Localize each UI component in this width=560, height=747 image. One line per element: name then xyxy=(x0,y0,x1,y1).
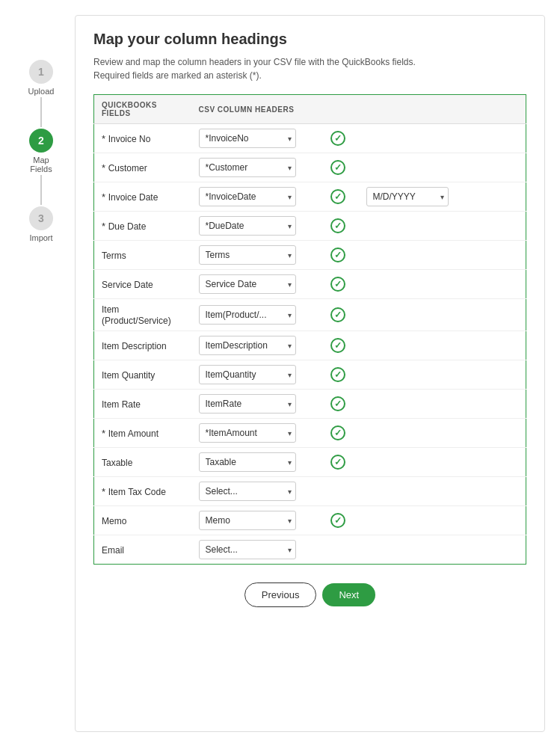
desc-line1: Review and map the column headers in you… xyxy=(93,57,416,67)
csv-column-select[interactable]: *DueDate xyxy=(199,216,296,236)
col-header-csv: CSV COLUMN HEADERS xyxy=(191,95,319,124)
qb-field-label: Item Quantity xyxy=(102,370,155,381)
steps-sidebar: 1 Upload 2 Map Fields 3 Import xyxy=(7,15,75,732)
step-upload: 1 Upload xyxy=(28,60,55,96)
table-row: Service DateService Date▾✓ xyxy=(94,270,526,299)
table-row: * Invoice Date*InvoiceDate▾✓M/D/YYYYD/M/… xyxy=(94,182,526,212)
csv-column-select[interactable]: Select... xyxy=(199,540,296,559)
qb-field-label: Memo xyxy=(102,516,126,526)
check-icon: ✓ xyxy=(330,189,345,204)
table-row: TermsTerms▾✓ xyxy=(94,241,526,270)
check-icon: ✓ xyxy=(330,218,345,233)
table-row: * Item Tax CodeSelect...▾ xyxy=(94,477,526,506)
table-row: * Item Amount*ItemAmount▾✓ xyxy=(94,419,526,448)
qb-field-label: Item Rate xyxy=(102,399,141,410)
step-connector-2 xyxy=(40,175,42,205)
csv-column-select[interactable]: Service Date xyxy=(199,274,296,294)
table-row: Item DescriptionItemDescription▾✓ xyxy=(94,331,526,360)
qb-field-label: Item Tax Code xyxy=(108,487,166,497)
button-row: Previous Next xyxy=(93,582,526,607)
table-row: MemoMemo▾✓ xyxy=(94,506,526,535)
step-number-2: 2 xyxy=(38,135,44,147)
csv-column-select[interactable]: ItemDescription xyxy=(199,336,296,355)
csv-column-select[interactable]: Taxable xyxy=(199,452,296,472)
col-header-extra xyxy=(353,95,526,124)
check-icon: ✓ xyxy=(330,131,345,146)
check-icon: ✓ xyxy=(330,248,345,262)
step-circle-1: 1 xyxy=(29,60,53,84)
table-row: EmailSelect...▾ xyxy=(94,535,526,565)
check-icon: ✓ xyxy=(330,338,345,353)
qb-field-label: Item Description xyxy=(102,341,167,351)
step-number-3: 3 xyxy=(38,212,44,224)
next-button[interactable]: Next xyxy=(322,583,375,606)
col-header-check xyxy=(319,95,353,124)
check-icon: ✓ xyxy=(330,277,345,292)
table-row: Item (Product/Service)Item(Product/...▾✓ xyxy=(94,299,526,331)
csv-column-select[interactable]: *InvoiceNo xyxy=(199,129,296,148)
mapping-table: QUICKBOOKS FIELDS CSV COLUMN HEADERS * I… xyxy=(93,94,526,565)
col-header-qb: QUICKBOOKS FIELDS xyxy=(94,95,191,124)
qb-field-label: Item (Product/Service) xyxy=(102,304,171,326)
csv-column-select[interactable]: ItemRate xyxy=(199,394,296,414)
step-number-1: 1 xyxy=(38,66,44,78)
qb-field-label: Service Date xyxy=(102,280,153,290)
qb-field-label: Customer xyxy=(108,163,147,173)
main-content: Map your column headings Review and map … xyxy=(75,15,545,732)
date-format-select[interactable]: M/D/YYYYD/M/YYYYYYYY/M/D xyxy=(366,187,449,206)
step-circle-3: 3 xyxy=(29,206,53,230)
qb-field-label: Terms xyxy=(102,250,126,261)
table-row: * Due Date*DueDate▾✓ xyxy=(94,212,526,241)
qb-field-label: Invoice No xyxy=(108,134,151,144)
desc-line2: Required fields are marked an asterisk (… xyxy=(93,70,262,81)
step-circle-2: 2 xyxy=(29,129,53,153)
qb-field-label: Invoice Date xyxy=(108,192,159,203)
csv-column-select[interactable]: Item(Product/... xyxy=(199,305,296,325)
csv-column-select[interactable]: Memo xyxy=(199,511,296,530)
check-icon: ✓ xyxy=(330,307,345,322)
csv-column-select[interactable]: *ItemAmount xyxy=(199,423,296,443)
step-map-fields: 2 Map Fields xyxy=(29,129,53,173)
qb-field-label: Item Amount xyxy=(108,428,159,439)
page-description: Review and map the column headers in you… xyxy=(93,55,526,82)
qb-field-label: Email xyxy=(102,545,124,556)
qb-field-label: Due Date xyxy=(108,221,147,232)
csv-column-select[interactable]: Select... xyxy=(199,482,296,501)
previous-button[interactable]: Previous xyxy=(244,582,317,607)
page-title: Map your column headings xyxy=(93,31,526,48)
step-label-map: Map Fields xyxy=(30,156,52,173)
qb-field-label: Taxable xyxy=(102,458,132,468)
table-row: TaxableTaxable▾✓ xyxy=(94,448,526,477)
table-row: Item QuantityItemQuantity▾✓ xyxy=(94,360,526,390)
csv-column-select[interactable]: *InvoiceDate xyxy=(199,187,296,206)
step-label-import: Import xyxy=(29,233,52,242)
check-icon: ✓ xyxy=(330,425,345,440)
check-icon: ✓ xyxy=(330,455,345,470)
table-row: Item RateItemRate▾✓ xyxy=(94,390,526,419)
check-icon: ✓ xyxy=(330,513,345,528)
check-icon: ✓ xyxy=(330,367,345,382)
csv-column-select[interactable]: Terms xyxy=(199,245,296,265)
csv-column-select[interactable]: *Customer xyxy=(199,158,296,177)
step-label-upload: Upload xyxy=(28,87,55,96)
check-icon: ✓ xyxy=(330,396,345,411)
table-row: * Invoice No*InvoiceNo▾✓ xyxy=(94,124,526,153)
table-row: * Customer*Customer▾✓ xyxy=(94,153,526,182)
step-import: 3 Import xyxy=(29,206,53,242)
csv-column-select[interactable]: ItemQuantity xyxy=(199,365,296,384)
step-connector-1 xyxy=(40,97,42,127)
check-icon: ✓ xyxy=(330,160,345,175)
